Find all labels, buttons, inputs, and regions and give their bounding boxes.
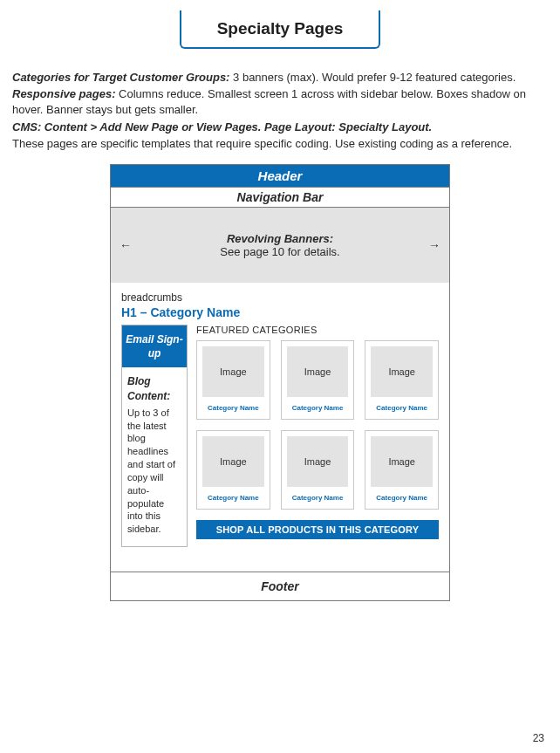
category-name: Category Name [376,404,427,412]
intro-line3: CMS: Content > Add New Page or View Page… [12,120,432,133]
mock-banner: ← Revolving Banners: See page 10 for det… [111,208,449,283]
category-image-placeholder: Image [371,346,433,397]
category-image-placeholder: Image [287,436,349,487]
category-card[interactable]: Image Category Name [196,430,270,510]
blog-content-title: Blog Content: [122,367,187,404]
category-card[interactable]: Image Category Name [281,430,355,510]
banner-title: Revolving Banners: [227,232,333,245]
category-card[interactable]: Image Category Name [365,430,439,510]
category-name: Category Name [376,494,427,502]
intro-line2-label: Responsive pages: [12,87,116,100]
category-name: Category Name [292,494,344,502]
category-grid: Image Category Name Image Category Name … [196,340,439,510]
page-number: 23 [533,732,544,744]
mock-nav: Navigation Bar [111,187,449,208]
mock-header: Header [111,165,449,187]
mock-content: breadcrumbs H1 – Category Name Email Sig… [111,283,449,572]
intro-line4: These pages are specific templates that … [12,136,548,152]
category-card[interactable]: Image Category Name [196,340,270,420]
intro-line1-label: Categories for Target Customer Groups: [12,71,229,84]
email-signup-button[interactable]: Email Sign-up [122,325,187,367]
page-title: Specialty Pages [217,19,344,38]
blog-content-body: Up to 3 of the latest blog headlines and… [122,405,187,541]
intro-block: Categories for Target Customer Groups: 3… [12,70,548,152]
category-image-placeholder: Image [202,436,264,487]
banner-next-icon[interactable]: → [428,238,440,252]
mock-main: FEATURED CATEGORIES Image Category Name … [196,325,439,547]
banner-prev-icon[interactable]: ← [120,238,132,252]
category-image-placeholder: Image [202,346,264,397]
intro-line1-rest: 3 banners (max). Would prefer 9-12 featu… [229,71,516,84]
mock-footer: Footer [111,572,449,600]
breadcrumb: breadcrumbs [121,291,439,304]
category-name: Category Name [292,404,344,412]
category-card[interactable]: Image Category Name [365,340,439,420]
category-name: Category Name [208,494,259,502]
category-card[interactable]: Image Category Name [281,340,355,420]
page-title-tab: Specialty Pages [180,10,380,49]
category-image-placeholder: Image [287,346,349,397]
category-name: Category Name [208,404,259,412]
shop-all-button[interactable]: SHOP ALL PRODUCTS IN THIS CATEGORY [196,520,439,539]
featured-categories-label: FEATURED CATEGORIES [196,325,439,335]
banner-subtitle: See page 10 for details. [220,245,339,258]
category-image-placeholder: Image [371,436,433,487]
mock-h1: H1 – Category Name [121,305,439,319]
mock-sidebar: Email Sign-up Blog Content: Up to 3 of t… [121,325,188,547]
mockup-frame: Header Navigation Bar ← Revolving Banner… [110,164,450,601]
